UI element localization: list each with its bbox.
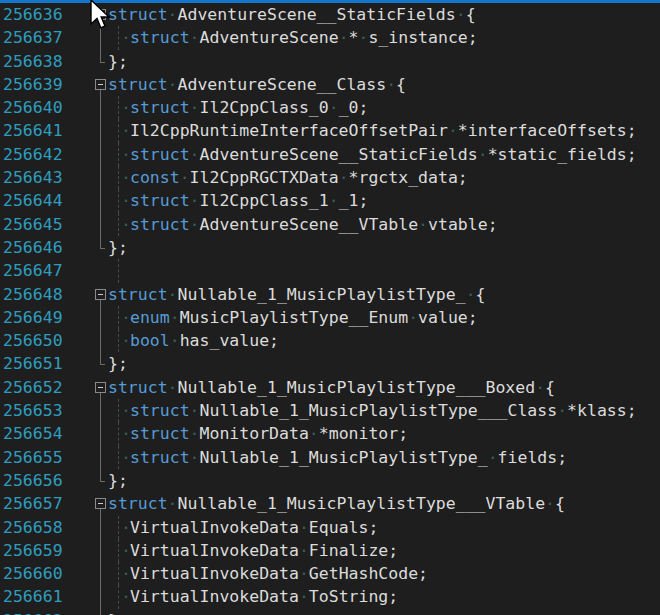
- line-number[interactable]: 256643: [0, 166, 67, 189]
- code-token: Il2CppClass_0: [200, 98, 329, 117]
- code-line: 256651};: [0, 352, 660, 375]
- code-text[interactable]: VirtualInvokeData·Finalize;: [108, 539, 660, 562]
- code-text[interactable]: bool·has_value;: [108, 329, 660, 352]
- line-number[interactable]: 256651: [0, 352, 67, 375]
- line-number[interactable]: 256645: [0, 213, 67, 236]
- fold-extent-line: [100, 446, 101, 469]
- code-token: *static_fields;: [488, 145, 637, 164]
- code-text[interactable]: };: [108, 352, 660, 375]
- fold-margin: [67, 609, 108, 615]
- code-token: struct: [130, 448, 190, 467]
- indent-whitespace: [108, 562, 130, 585]
- code-token: GetHashCode;: [309, 564, 428, 583]
- fold-margin: [67, 585, 108, 608]
- code-text[interactable]: };: [108, 50, 660, 73]
- code-text[interactable]: struct·Nullable_1_MusicPlaylistType_·fie…: [108, 446, 660, 469]
- code-line: 256653struct·Nullable_1_MusicPlaylistTyp…: [0, 399, 660, 422]
- code-token: VirtualInvokeData: [130, 541, 299, 560]
- code-token: VirtualInvokeData: [130, 564, 299, 583]
- code-text[interactable]: struct·AdventureScene__VTable·vtable;: [108, 213, 660, 236]
- code-line: 256649enum·MusicPlaylistType__Enum·value…: [0, 306, 660, 329]
- line-number[interactable]: 256644: [0, 189, 67, 212]
- fold-margin[interactable]: [67, 283, 108, 306]
- whitespace-dot: ·: [329, 191, 339, 210]
- line-number[interactable]: 256656: [0, 469, 67, 492]
- code-text[interactable]: struct·AdventureScene__Class·{: [108, 73, 660, 96]
- line-number[interactable]: 256662: [0, 609, 67, 615]
- code-token: };: [108, 52, 128, 71]
- indent-whitespace: [108, 166, 130, 189]
- code-token: Finalize;: [309, 541, 398, 560]
- line-number[interactable]: 256661: [0, 585, 67, 608]
- fold-collapse-icon[interactable]: [95, 498, 106, 509]
- fold-collapse-icon[interactable]: [95, 79, 106, 90]
- code-text[interactable]: VirtualInvokeData·ToString;: [108, 585, 660, 608]
- code-text[interactable]: [108, 259, 660, 282]
- code-text[interactable]: struct·Nullable_1_MusicPlaylistType___Cl…: [108, 399, 660, 422]
- code-text[interactable]: enum·MusicPlaylistType__Enum·value;: [108, 306, 660, 329]
- editor-lines[interactable]: 256636struct·AdventureScene__StaticField…: [0, 3, 660, 615]
- line-number[interactable]: 256659: [0, 539, 67, 562]
- line-number[interactable]: 256652: [0, 376, 67, 399]
- code-text[interactable]: Il2CppRuntimeInterfaceOffsetPair·*interf…: [108, 119, 660, 142]
- fold-collapse-icon[interactable]: [95, 289, 106, 300]
- code-text[interactable]: struct·Nullable_1_MusicPlaylistType_·{: [108, 283, 660, 306]
- code-text[interactable]: };: [108, 236, 660, 259]
- code-text[interactable]: struct·Il2CppClass_1·_1;: [108, 189, 660, 212]
- code-token: AdventureScene__VTable: [200, 215, 419, 234]
- line-number[interactable]: 256639: [0, 73, 67, 96]
- code-text[interactable]: struct·Nullable_1_MusicPlaylistType___VT…: [108, 492, 660, 515]
- indent-whitespace: [108, 539, 130, 562]
- code-text[interactable]: struct·MonitorData·*monitor;: [108, 422, 660, 445]
- fold-extent-line: [100, 306, 101, 329]
- whitespace-dot: ·: [299, 518, 309, 537]
- fold-extent-line: [100, 213, 101, 236]
- code-text[interactable]: struct·AdventureScene__StaticFields·{: [108, 3, 660, 26]
- code-token: _0;: [339, 98, 369, 117]
- fold-extent-end: [100, 352, 105, 365]
- code-text[interactable]: struct·AdventureScene·*·s_instance;: [108, 26, 660, 49]
- fold-margin[interactable]: [67, 376, 108, 399]
- line-number[interactable]: 256658: [0, 516, 67, 539]
- code-text[interactable]: VirtualInvokeData·GetHashCode;: [108, 562, 660, 585]
- code-token: {: [545, 378, 555, 397]
- indent-whitespace: [108, 143, 130, 166]
- fold-collapse-icon[interactable]: [95, 382, 106, 393]
- code-line: 256661VirtualInvokeData·ToString;: [0, 585, 660, 608]
- code-text[interactable]: struct·Il2CppClass_0·_0;: [108, 96, 660, 119]
- code-token: {: [476, 285, 486, 304]
- line-number[interactable]: 256637: [0, 26, 67, 49]
- line-number[interactable]: 256640: [0, 96, 67, 119]
- line-number[interactable]: 256657: [0, 492, 67, 515]
- line-number[interactable]: 256638: [0, 50, 67, 73]
- line-number[interactable]: 256660: [0, 562, 67, 585]
- code-token: struct: [130, 145, 190, 164]
- code-line: 256646};: [0, 236, 660, 259]
- whitespace-dot: ·: [478, 145, 488, 164]
- fold-margin[interactable]: [67, 492, 108, 515]
- code-text[interactable]: const·Il2CppRGCTXData·*rgctx_data;: [108, 166, 660, 189]
- line-number[interactable]: 256654: [0, 422, 67, 445]
- line-number[interactable]: 256649: [0, 306, 67, 329]
- code-text[interactable]: struct·Nullable_1_MusicPlaylistType___Bo…: [108, 376, 660, 399]
- line-number[interactable]: 256647: [0, 259, 67, 282]
- code-text[interactable]: VirtualInvokeData·Equals;: [108, 516, 660, 539]
- line-number[interactable]: 256646: [0, 236, 67, 259]
- line-number[interactable]: 256636: [0, 3, 67, 26]
- fold-margin[interactable]: [67, 73, 108, 96]
- code-text[interactable]: };: [108, 609, 660, 615]
- line-number[interactable]: 256642: [0, 143, 67, 166]
- code-text[interactable]: };: [108, 469, 660, 492]
- line-number[interactable]: 256648: [0, 283, 67, 306]
- fold-margin: [67, 189, 108, 212]
- line-number[interactable]: 256641: [0, 119, 67, 142]
- code-token: struct: [130, 98, 190, 117]
- code-line: 256638};: [0, 50, 660, 73]
- line-number[interactable]: 256655: [0, 446, 67, 469]
- code-text[interactable]: struct·AdventureScene__StaticFields·*sta…: [108, 143, 660, 166]
- indent-whitespace: [108, 585, 130, 608]
- line-number[interactable]: 256653: [0, 399, 67, 422]
- whitespace-dot: ·: [168, 378, 178, 397]
- code-token: MusicPlaylistType__Enum: [180, 308, 408, 327]
- line-number[interactable]: 256650: [0, 329, 67, 352]
